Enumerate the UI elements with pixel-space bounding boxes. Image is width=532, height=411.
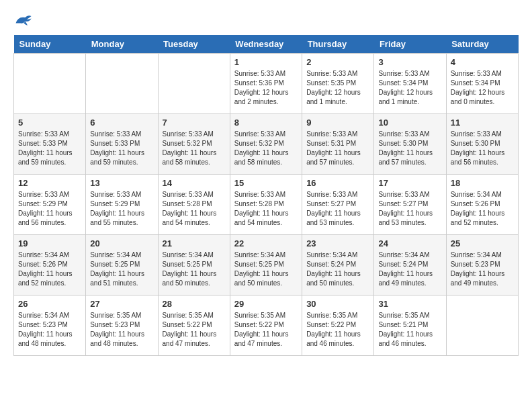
day-info: Sunrise: 5:35 AM Sunset: 5:22 PM Dayligh… bbox=[234, 311, 298, 349]
calendar-table: SundayMondayTuesdayWednesdayThursdayFrid… bbox=[13, 35, 519, 356]
calendar-cell: 20Sunrise: 5:34 AM Sunset: 5:25 PM Dayli… bbox=[86, 235, 158, 295]
day-number: 6 bbox=[90, 118, 153, 128]
day-number: 29 bbox=[234, 299, 298, 309]
day-info: Sunrise: 5:33 AM Sunset: 5:28 PM Dayligh… bbox=[234, 190, 298, 228]
day-info: Sunrise: 5:33 AM Sunset: 5:29 PM Dayligh… bbox=[90, 190, 153, 228]
weekday-header-tuesday: Tuesday bbox=[158, 35, 230, 54]
day-number: 19 bbox=[18, 238, 81, 248]
day-info: Sunrise: 5:34 AM Sunset: 5:26 PM Dayligh… bbox=[18, 250, 81, 288]
calendar-cell bbox=[446, 295, 518, 356]
calendar-cell: 25Sunrise: 5:34 AM Sunset: 5:23 PM Dayli… bbox=[446, 235, 518, 295]
calendar-cell: 15Sunrise: 5:33 AM Sunset: 5:28 PM Dayli… bbox=[230, 175, 302, 235]
day-info: Sunrise: 5:33 AM Sunset: 5:27 PM Dayligh… bbox=[378, 190, 441, 228]
day-info: Sunrise: 5:34 AM Sunset: 5:24 PM Dayligh… bbox=[306, 250, 369, 288]
day-info: Sunrise: 5:33 AM Sunset: 5:32 PM Dayligh… bbox=[163, 130, 226, 167]
calendar-cell: 26Sunrise: 5:34 AM Sunset: 5:23 PM Dayli… bbox=[14, 295, 86, 356]
calendar-cell: 16Sunrise: 5:33 AM Sunset: 5:27 PM Dayli… bbox=[302, 175, 374, 235]
day-number: 14 bbox=[163, 178, 226, 188]
day-info: Sunrise: 5:33 AM Sunset: 5:30 PM Dayligh… bbox=[451, 130, 514, 167]
calendar-cell: 1Sunrise: 5:33 AM Sunset: 5:36 PM Daylig… bbox=[230, 54, 302, 114]
page-header bbox=[13, 13, 519, 28]
weekday-header-row: SundayMondayTuesdayWednesdayThursdayFrid… bbox=[14, 35, 519, 54]
day-number: 7 bbox=[163, 118, 226, 128]
calendar-cell: 3Sunrise: 5:33 AM Sunset: 5:34 PM Daylig… bbox=[374, 54, 446, 114]
calendar-cell: 14Sunrise: 5:33 AM Sunset: 5:28 PM Dayli… bbox=[158, 175, 230, 235]
day-info: Sunrise: 5:33 AM Sunset: 5:28 PM Dayligh… bbox=[163, 190, 226, 228]
calendar-cell: 21Sunrise: 5:34 AM Sunset: 5:25 PM Dayli… bbox=[158, 235, 230, 295]
day-number: 20 bbox=[90, 238, 153, 248]
calendar-cell bbox=[14, 54, 86, 114]
calendar-cell: 17Sunrise: 5:33 AM Sunset: 5:27 PM Dayli… bbox=[374, 175, 446, 235]
calendar-cell: 29Sunrise: 5:35 AM Sunset: 5:22 PM Dayli… bbox=[230, 295, 302, 356]
day-info: Sunrise: 5:34 AM Sunset: 5:25 PM Dayligh… bbox=[234, 250, 298, 288]
day-info: Sunrise: 5:33 AM Sunset: 5:33 PM Dayligh… bbox=[90, 130, 153, 167]
day-info: Sunrise: 5:33 AM Sunset: 5:35 PM Dayligh… bbox=[306, 69, 369, 107]
day-number: 15 bbox=[234, 178, 298, 188]
day-info: Sunrise: 5:34 AM Sunset: 5:26 PM Dayligh… bbox=[451, 190, 514, 228]
day-info: Sunrise: 5:34 AM Sunset: 5:24 PM Dayligh… bbox=[378, 250, 441, 288]
calendar-cell: 24Sunrise: 5:34 AM Sunset: 5:24 PM Dayli… bbox=[374, 235, 446, 295]
weekday-header-sunday: Sunday bbox=[14, 35, 86, 54]
calendar-cell bbox=[158, 54, 230, 114]
day-number: 21 bbox=[163, 238, 226, 248]
day-number: 10 bbox=[378, 118, 441, 128]
calendar-cell: 31Sunrise: 5:35 AM Sunset: 5:21 PM Dayli… bbox=[374, 295, 446, 356]
day-info: Sunrise: 5:33 AM Sunset: 5:32 PM Dayligh… bbox=[234, 130, 298, 167]
day-info: Sunrise: 5:33 AM Sunset: 5:34 PM Dayligh… bbox=[451, 69, 514, 107]
weekday-header-saturday: Saturday bbox=[446, 35, 518, 54]
day-info: Sunrise: 5:33 AM Sunset: 5:31 PM Dayligh… bbox=[306, 130, 369, 167]
day-number: 25 bbox=[451, 238, 514, 248]
weekday-header-wednesday: Wednesday bbox=[230, 35, 302, 54]
calendar-cell: 6Sunrise: 5:33 AM Sunset: 5:33 PM Daylig… bbox=[86, 114, 158, 175]
day-number: 11 bbox=[451, 118, 514, 128]
calendar-cell bbox=[86, 54, 158, 114]
day-info: Sunrise: 5:34 AM Sunset: 5:25 PM Dayligh… bbox=[163, 250, 226, 288]
day-number: 18 bbox=[451, 178, 514, 188]
calendar-cell: 12Sunrise: 5:33 AM Sunset: 5:29 PM Dayli… bbox=[14, 175, 86, 235]
calendar-cell: 4Sunrise: 5:33 AM Sunset: 5:34 PM Daylig… bbox=[446, 54, 518, 114]
day-info: Sunrise: 5:35 AM Sunset: 5:22 PM Dayligh… bbox=[306, 311, 369, 349]
day-number: 22 bbox=[234, 238, 298, 248]
day-info: Sunrise: 5:33 AM Sunset: 5:33 PM Dayligh… bbox=[18, 130, 81, 167]
calendar-week-row: 19Sunrise: 5:34 AM Sunset: 5:26 PM Dayli… bbox=[14, 235, 519, 295]
day-number: 8 bbox=[234, 118, 298, 128]
logo-bird-icon bbox=[13, 13, 32, 28]
day-info: Sunrise: 5:33 AM Sunset: 5:27 PM Dayligh… bbox=[306, 190, 369, 228]
day-info: Sunrise: 5:34 AM Sunset: 5:23 PM Dayligh… bbox=[451, 250, 514, 288]
day-info: Sunrise: 5:35 AM Sunset: 5:23 PM Dayligh… bbox=[90, 311, 153, 349]
calendar-week-row: 1Sunrise: 5:33 AM Sunset: 5:36 PM Daylig… bbox=[14, 54, 519, 114]
day-number: 16 bbox=[306, 178, 369, 188]
calendar-week-row: 12Sunrise: 5:33 AM Sunset: 5:29 PM Dayli… bbox=[14, 175, 519, 235]
day-number: 27 bbox=[90, 299, 153, 309]
day-info: Sunrise: 5:33 AM Sunset: 5:30 PM Dayligh… bbox=[378, 130, 441, 167]
day-number: 13 bbox=[90, 178, 153, 188]
calendar-cell: 5Sunrise: 5:33 AM Sunset: 5:33 PM Daylig… bbox=[14, 114, 86, 175]
calendar-cell: 13Sunrise: 5:33 AM Sunset: 5:29 PM Dayli… bbox=[86, 175, 158, 235]
calendar-cell: 23Sunrise: 5:34 AM Sunset: 5:24 PM Dayli… bbox=[302, 235, 374, 295]
calendar-cell: 9Sunrise: 5:33 AM Sunset: 5:31 PM Daylig… bbox=[302, 114, 374, 175]
calendar-cell: 27Sunrise: 5:35 AM Sunset: 5:23 PM Dayli… bbox=[86, 295, 158, 356]
day-number: 9 bbox=[306, 118, 369, 128]
weekday-header-friday: Friday bbox=[374, 35, 446, 54]
day-number: 31 bbox=[378, 299, 441, 309]
logo bbox=[13, 13, 36, 28]
calendar-week-row: 5Sunrise: 5:33 AM Sunset: 5:33 PM Daylig… bbox=[14, 114, 519, 175]
calendar-cell: 10Sunrise: 5:33 AM Sunset: 5:30 PM Dayli… bbox=[374, 114, 446, 175]
calendar-cell: 8Sunrise: 5:33 AM Sunset: 5:32 PM Daylig… bbox=[230, 114, 302, 175]
day-number: 4 bbox=[451, 57, 514, 67]
day-number: 5 bbox=[18, 118, 81, 128]
day-info: Sunrise: 5:33 AM Sunset: 5:29 PM Dayligh… bbox=[18, 190, 81, 228]
day-number: 2 bbox=[306, 57, 369, 67]
day-number: 24 bbox=[378, 238, 441, 248]
calendar-cell: 19Sunrise: 5:34 AM Sunset: 5:26 PM Dayli… bbox=[14, 235, 86, 295]
day-info: Sunrise: 5:35 AM Sunset: 5:22 PM Dayligh… bbox=[163, 311, 226, 349]
calendar-cell: 11Sunrise: 5:33 AM Sunset: 5:30 PM Dayli… bbox=[446, 114, 518, 175]
weekday-header-monday: Monday bbox=[86, 35, 158, 54]
day-number: 28 bbox=[163, 299, 226, 309]
calendar-cell: 28Sunrise: 5:35 AM Sunset: 5:22 PM Dayli… bbox=[158, 295, 230, 356]
calendar-cell: 30Sunrise: 5:35 AM Sunset: 5:22 PM Dayli… bbox=[302, 295, 374, 356]
weekday-header-thursday: Thursday bbox=[302, 35, 374, 54]
day-info: Sunrise: 5:35 AM Sunset: 5:21 PM Dayligh… bbox=[378, 311, 441, 349]
calendar-week-row: 26Sunrise: 5:34 AM Sunset: 5:23 PM Dayli… bbox=[14, 295, 519, 356]
day-number: 3 bbox=[378, 57, 441, 67]
